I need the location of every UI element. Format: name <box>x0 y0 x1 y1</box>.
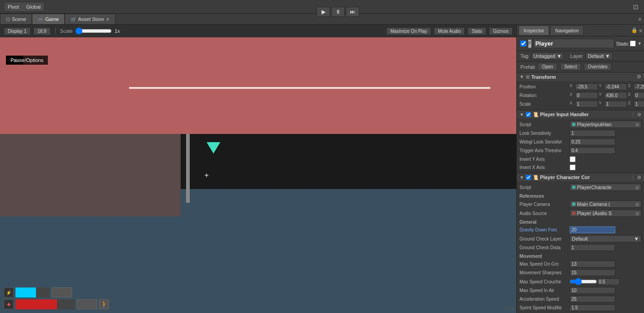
stats-btn[interactable]: Stats <box>467 27 486 35</box>
tab-game[interactable]: 🎮 Game <box>32 14 65 24</box>
pause-options-button[interactable]: Pause/Options <box>6 56 48 65</box>
rot-x-label: X <box>570 92 574 99</box>
char-more-icon[interactable]: ⚙ <box>637 175 641 180</box>
navigation-tab-label: Navigation <box>555 28 579 33</box>
invert-x-row: Invert X Axis <box>519 163 641 171</box>
lock-icon[interactable]: 🔒 <box>631 27 638 33</box>
go-active-checkbox[interactable] <box>520 41 526 46</box>
char-script-select[interactable]: ⊙ <box>635 185 639 190</box>
select-prefab-btn[interactable]: Select <box>560 63 581 71</box>
panel-toggle[interactable]: ≡ <box>636 15 644 23</box>
tag-value: Untagged <box>534 53 556 59</box>
max-speed-input[interactable] <box>570 261 615 267</box>
aspect-selector[interactable]: 16:9 <box>33 27 50 35</box>
input-settings-icon[interactable]: ⋮ <box>631 112 635 117</box>
scale-xyz: X Y Z <box>570 101 644 108</box>
gravity-input[interactable] <box>570 226 615 233</box>
look-sens-label: Look Sensitivity <box>519 131 570 136</box>
gizmos-btn[interactable]: Gizmos <box>489 27 513 35</box>
layer-dropdown[interactable]: Default ▼ <box>586 52 613 60</box>
scale-z-input[interactable] <box>634 101 644 108</box>
char-enabled-checkbox[interactable] <box>526 175 531 180</box>
step-button[interactable]: ⏭ <box>346 7 359 17</box>
input-script-label: Script <box>519 122 570 127</box>
max-speed-crouch-slider[interactable] <box>570 278 597 285</box>
rot-x-input[interactable] <box>575 92 598 99</box>
tag-dropdown[interactable]: Untagged ▼ <box>531 52 564 60</box>
pos-y-input[interactable] <box>604 83 627 90</box>
player-camera-ref[interactable]: Main Camera ( ⊙ <box>570 200 641 208</box>
accel-input[interactable] <box>570 296 615 303</box>
close-asset-store[interactable]: ✕ <box>106 17 109 22</box>
ground-check-dist-input[interactable] <box>570 244 615 251</box>
input-more-icon[interactable]: ⚙ <box>637 112 641 117</box>
invert-x-checkbox[interactable] <box>570 164 576 170</box>
look-sens-input[interactable] <box>570 130 615 137</box>
inspector-content[interactable]: P Static ▼ Tag Untagged ▼ Layer Default <box>517 36 644 313</box>
max-speed-crouch-row: Max Speed Crouche <box>519 277 641 286</box>
scale-slider[interactable] <box>75 28 112 34</box>
go-icon: P <box>528 40 531 48</box>
camera-ref-select[interactable]: ⊙ <box>635 202 639 207</box>
overrides-btn[interactable]: Overrides <box>584 63 612 71</box>
more-icon[interactable]: ≡ <box>639 28 642 33</box>
move-sharp-input[interactable] <box>570 269 615 276</box>
input-script-ref[interactable]: PlayerInputHan ⊙ <box>570 121 641 128</box>
mute-audio-btn[interactable]: Mute Audio <box>434 27 465 35</box>
maximize-play-btn[interactable]: Maximize On Play <box>386 27 431 35</box>
max-speed-air-input[interactable] <box>570 287 615 294</box>
script-ref-select[interactable]: ⊙ <box>635 122 639 127</box>
static-checkbox[interactable] <box>630 41 636 46</box>
tab-inspector[interactable]: Inspector <box>519 26 549 36</box>
input-enabled-checkbox[interactable] <box>526 112 531 117</box>
char-settings-icon[interactable]: ⋮ <box>631 175 635 180</box>
rot-z-input[interactable] <box>634 92 644 99</box>
tab-asset-store[interactable]: 🛒 Asset Store ✕ <box>65 14 115 24</box>
global-button[interactable]: Global <box>22 2 44 11</box>
tab-navigation[interactable]: Navigation <box>550 26 584 36</box>
go-name-input[interactable] <box>533 39 614 48</box>
sprint-input[interactable] <box>570 304 615 311</box>
char-script-label: Script <box>519 185 570 190</box>
scale-value: 1x <box>114 28 120 34</box>
player-input-header[interactable]: ▼ 📜 Player Input Handler ⋮ ⚙ <box>517 110 644 118</box>
webgl-sens-input[interactable] <box>570 139 615 145</box>
player-character-header[interactable]: ▼ 📜 Player Character Cor ⋮ ⚙ <box>517 173 644 181</box>
audio-ref-select[interactable]: ⊙ <box>635 211 639 216</box>
max-speed-crouch-input[interactable] <box>597 278 620 285</box>
pivot-button[interactable]: Pivot <box>4 2 22 11</box>
layer-chevron: ▼ <box>605 53 610 59</box>
pos-z-input[interactable] <box>634 83 644 90</box>
ground-check-layer-dropdown[interactable]: Default ▼ <box>570 235 641 242</box>
inspector-panel-icons: 🔒 ≡ <box>631 27 642 33</box>
rot-y-input[interactable] <box>604 92 627 99</box>
inspector-tab-label: Inspector <box>524 28 544 33</box>
char-script-ref[interactable]: PlayerCharacte ⊙ <box>570 184 641 191</box>
scale-z-label: Z <box>628 101 633 108</box>
static-dropdown-arrow[interactable]: ▼ <box>637 41 642 46</box>
invert-y-checkbox[interactable] <box>570 156 576 162</box>
open-prefab-btn[interactable]: Open <box>538 63 557 71</box>
play-button[interactable]: ▶ <box>317 7 330 17</box>
pivot-group: Pivot Global <box>4 2 45 12</box>
transform-settings-icon[interactable]: ⚙ <box>637 74 641 80</box>
display-selector[interactable]: Display 1 <box>4 27 31 35</box>
player-input-body: Script PlayerInputHan ⊙ Look Sensitivity <box>517 118 644 173</box>
position-xyz: X Y Z <box>570 83 644 90</box>
move-sharp-label: Movement Sharpnes <box>519 270 570 275</box>
pause-button[interactable]: ⏸ <box>331 7 345 17</box>
trigger-thresh-input[interactable] <box>570 147 615 154</box>
pos-x-input[interactable] <box>575 83 598 90</box>
scale-x-input[interactable] <box>575 101 598 108</box>
audio-source-ref[interactable]: Player (Audio S ⊙ <box>570 210 641 217</box>
game-icon: 🎮 <box>38 17 43 22</box>
sprint-row: Sprint Speed Modifie <box>519 303 641 312</box>
door-structure <box>186 134 190 203</box>
max-speed-row: Max Speed On Gro <box>519 260 641 268</box>
separator-1 <box>55 27 56 35</box>
invert-y-label: Invert Y Axis <box>519 157 570 162</box>
accel-row: Acceleration Speed <box>519 295 641 303</box>
tab-scene[interactable]: ⬡ Scene <box>0 14 32 24</box>
transform-header[interactable]: ▼ ⊞ Transform ⚙ <box>517 72 644 81</box>
scale-y-input[interactable] <box>604 101 627 108</box>
